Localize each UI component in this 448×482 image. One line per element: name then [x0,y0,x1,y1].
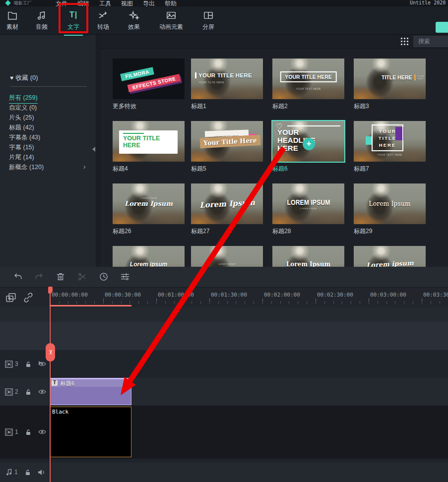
collapse-sidebar-icon[interactable] [92,147,95,152]
tab-media[interactable]: 素材 [2,10,23,34]
add-track-icon[interactable] [5,292,17,305]
card-more-effects[interactable]: FILMORA EFFECTS STORE 更多特效 [113,59,185,111]
tab-splitscreen[interactable]: 分屏 [198,10,219,34]
template-label: 标题3 [354,102,426,111]
adjust-sliders-icon[interactable] [120,272,131,283]
sidebar-item-custom[interactable]: 自定义 (0) [9,104,37,112]
sidebar-item-titles[interactable]: 标题 (42) [9,123,34,132]
template-thumbnail[interactable]: TITLE HERE YOUR TEXT [354,59,426,99]
tab-elements[interactable]: 动画元素 [156,10,186,34]
card-title-2[interactable]: YOUR TITLE HERE YOUR TEXT HERE 标题2 [272,59,344,111]
clock-icon[interactable] [99,272,110,283]
sidebar-item-lower-thirds[interactable]: 字幕条 (43) [9,133,40,142]
tab-transitions[interactable]: 转场 [93,10,114,34]
clip-label: 标题6 [61,380,74,387]
add-to-timeline-icon[interactable]: + [303,138,315,150]
card-title-5[interactable]: YOUR TEXT HERE Your Title Here 标题5 [191,121,263,173]
tab-effects[interactable]: 效果 [124,10,144,34]
clip-label: Black [52,409,68,415]
empty-track-row[interactable] [0,307,448,322]
lock-icon[interactable] [25,389,31,395]
sidebar-favorites[interactable]: ♥收藏 (0) [10,73,38,82]
template-thumbnail[interactable]: YOUR TITLE HERE YOUR TEXT HERE [272,59,344,99]
card-title-6-selected[interactable]: ♡ YOUR HEADLINE HERE + 标题6 [272,121,344,173]
trash-icon[interactable] [56,272,66,283]
filmora-app-window: 喵影工厂 文件 编辑 工具 视图 导出 帮助 Untitle 2020 05 1… [0,0,448,482]
sidebar-item-all[interactable]: 所有 (259) [9,94,38,104]
empty-track-row[interactable] [0,322,448,350]
card-title-26[interactable]: LOREM IPSUM Lorem Ipsum 标题26 [113,183,185,236]
sidebar-divider [10,86,87,87]
expand-track-icon[interactable] [39,361,42,365]
template-label: 标题5 [191,165,263,173]
template-thumbnail[interactable]: LOREM IPSUM LOREM IPSUM [272,183,344,224]
template-label: 标题28 [272,227,344,236]
render-progress-bar [50,305,131,306]
playhead-line[interactable] [50,288,51,482]
template-label: 标题4 [113,165,185,173]
template-thumbnail[interactable]: Lorem ipsum [191,246,263,267]
card-title-27[interactable]: Lorem Ipsum 标题27 [191,183,263,236]
effects-store-thumbnail[interactable]: FILMORA EFFECTS STORE [113,59,185,99]
search-input[interactable]: 搜索 [413,36,448,47]
template-label: 标题6 [272,165,344,173]
template-thumbnail[interactable]: LOREM IPSUM Lorem Ipsum [113,183,185,224]
template-thumbnail[interactable]: YOUR TITLE HERE YOUR TILTE HERE [191,59,263,99]
card-partial[interactable]: Lorem ipsum [354,246,426,267]
template-thumbnail[interactable]: YOUR TITLE HERE [113,121,185,162]
card-title-3[interactable]: TITLE HERE YOUR TEXT 标题3 [354,59,426,111]
sidebar-item-subtitles[interactable]: 字幕 (15) [9,143,34,152]
lock-icon[interactable] [25,361,31,367]
card-title-4[interactable]: YOUR TITLE HERE 标题4 [113,121,185,173]
sidebar-item-new-concept[interactable]: 新概念 (120) [9,163,44,172]
template-thumbnail[interactable]: Lorem Ipsum [354,183,426,224]
lock-icon[interactable] [25,429,31,435]
card-partial[interactable]: Lorem Ipsum [272,246,344,267]
card-title-1[interactable]: YOUR TITLE HERE YOUR TILTE HERE 标题1 [191,59,263,111]
ruler-minor-ticks[interactable] [50,301,448,304]
template-thumbnail[interactable]: YOUR TITLE HERE YOUR TEXT HERE [354,121,426,162]
chevron-right-icon[interactable]: › [83,163,86,171]
timecode: 00:02:30:00 [317,292,353,298]
template-thumbnail[interactable]: Lorem Ipsum [272,246,344,267]
tab-audio[interactable]: 音频 [31,10,52,34]
menu-export[interactable]: 导出 [143,0,155,6]
menu-view[interactable]: 视图 [121,0,133,6]
video-track-icon [5,361,13,368]
selected-template-thumbnail[interactable]: ♡ YOUR HEADLINE HERE + [272,121,344,162]
template-thumbnail[interactable]: Lorem ipsum [354,246,426,267]
heart-icon: ♥ [10,74,13,81]
track-header-video-3: 3 [0,359,50,369]
eye-icon[interactable] [38,389,46,395]
card-title-28[interactable]: LOREM IPSUM LOREM IPSUM 标题28 [272,183,344,236]
timeline-toolbar [0,267,448,288]
template-thumbnail[interactable]: Lorem Ipsum [191,183,263,224]
sidebar-item-end-credits[interactable]: 片尾 (14) [9,153,34,162]
sidebar-item-openers[interactable]: 片头 (25) [9,114,34,122]
card-title-29[interactable]: Lorem Ipsum 标题29 [354,183,426,236]
timeline-title-clip[interactable]: T 标题6 [50,378,131,405]
template-thumbnail[interactable]: YOUR TEXT HERE Your Title Here [191,121,263,162]
template-thumbnail[interactable]: Lorem ipsum [113,246,185,267]
card-title-7[interactable]: YOUR TITLE HERE YOUR TEXT HERE 标题7 [354,121,426,173]
redo-icon[interactable] [34,272,45,283]
video-track-3-row[interactable] [0,350,448,378]
card-partial[interactable]: Lorem ipsum [113,246,185,267]
speaker-icon[interactable] [38,469,45,476]
accent-line [123,133,144,134]
link-icon[interactable] [22,292,34,305]
template-label: 标题2 [272,102,344,111]
eye-icon[interactable] [38,429,46,435]
undo-icon[interactable] [13,272,24,283]
playhead-scissors-button[interactable]: ✂ [46,343,55,362]
menu-help[interactable]: 帮助 [165,0,177,6]
music-note-icon [31,10,52,21]
audio-track-1-row[interactable] [0,463,448,482]
menu-tools[interactable]: 工具 [99,0,111,6]
lock-icon[interactable] [25,469,31,476]
scissors-icon[interactable] [77,272,88,283]
grid-view-icon[interactable] [401,38,408,47]
card-partial[interactable]: Lorem ipsum [191,246,263,267]
template-label: 标题29 [354,227,426,236]
timeline-black-clip[interactable]: Black [50,407,131,457]
